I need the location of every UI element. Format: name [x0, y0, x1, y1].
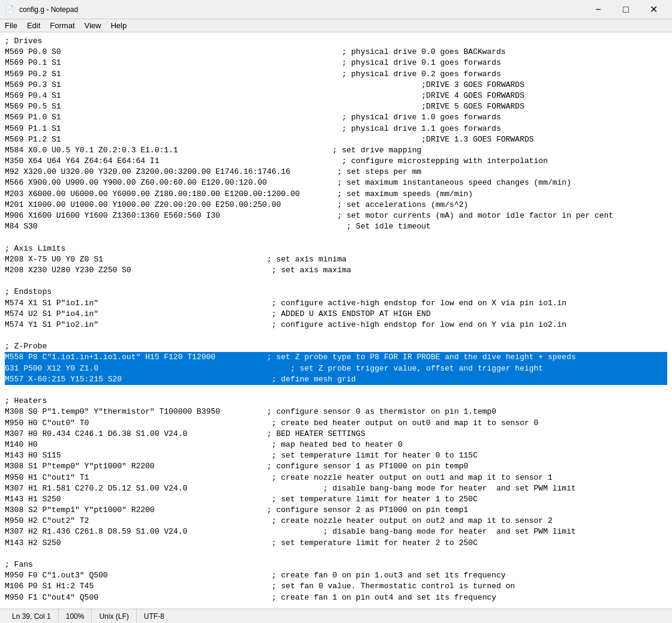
status-zoom: 100% — [59, 609, 92, 623]
menu-item-edit[interactable]: Edit — [22, 19, 45, 32]
app-icon: 📄 — [5, 5, 14, 14]
status-encoding: UTF-8 — [137, 609, 172, 623]
code-content: ; Drives M569 P0.0 S0 ; physical drive 0… — [0, 35, 672, 604]
title-bar: 📄 config.g - Notepad − □ ✕ — [0, 0, 672, 19]
code-line-selected: M558 P8 C"1.io1.in+1.io1.out" H15 F120 T… — [5, 352, 667, 363]
code-line-selected: M557 X-60:215 Y15:215 S20 ; define mesh … — [5, 374, 667, 385]
code-line-selected: G31 P500 X12 Y0 Z1.0 ; set Z probe trigg… — [5, 363, 667, 374]
menu-bar: FileEditFormatViewHelp — [0, 19, 672, 32]
editor-area[interactable]: ; Drives M569 P0.0 S0 ; physical drive 0… — [0, 32, 672, 609]
menu-item-file[interactable]: File — [0, 19, 22, 32]
status-position: Ln 39, Col 1 — [5, 609, 59, 623]
status-line-ending: Unix (LF) — [92, 609, 136, 623]
title-bar-controls: − □ ✕ — [584, 0, 667, 19]
menu-item-help[interactable]: Help — [106, 19, 131, 32]
menu-item-view[interactable]: View — [80, 19, 106, 32]
menu-item-format[interactable]: Format — [45, 19, 79, 32]
title-bar-text: config.g - Notepad — [19, 5, 580, 14]
minimize-button[interactable]: − — [584, 0, 612, 19]
maximize-button[interactable]: □ — [612, 0, 640, 19]
close-button[interactable]: ✕ — [640, 0, 667, 19]
status-bar: Ln 39, Col 1 100% Unix (LF) UTF-8 — [0, 609, 672, 623]
